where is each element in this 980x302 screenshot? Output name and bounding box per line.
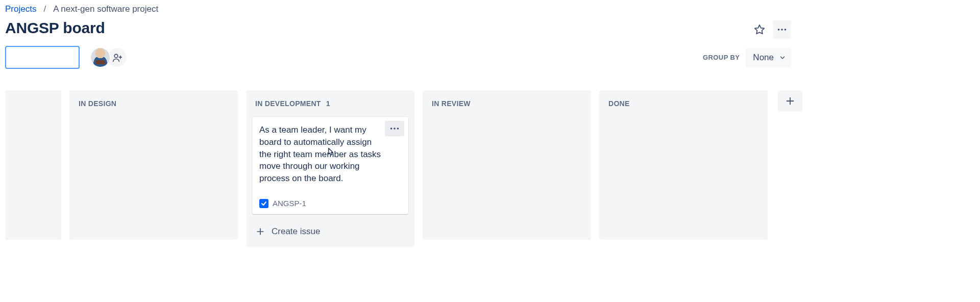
breadcrumb-projects-link[interactable]: Projects xyxy=(5,4,36,14)
issue-key[interactable]: ANGSP-1 xyxy=(273,199,306,208)
column-in-review[interactable]: IN REVIEW xyxy=(423,90,591,240)
star-button[interactable] xyxy=(750,20,769,39)
svg-marker-0 xyxy=(755,25,764,34)
more-horizontal-icon xyxy=(389,123,400,134)
chevron-down-icon xyxy=(779,54,786,61)
more-horizontal-icon xyxy=(776,24,788,35)
star-icon xyxy=(754,24,765,35)
column-in-design[interactable]: IN DESIGN xyxy=(69,90,238,240)
column-count: 1 xyxy=(326,99,330,108)
board: IN DESIGN IN DEVELOPMENT 1 As a team lea… xyxy=(5,90,975,247)
add-person-icon xyxy=(112,53,122,63)
breadcrumb-separator: / xyxy=(43,4,46,14)
card-more-button[interactable] xyxy=(385,121,404,136)
avatar[interactable] xyxy=(91,48,110,67)
column-title: IN DESIGN xyxy=(79,99,116,108)
column-title: DONE xyxy=(608,99,630,108)
search-box[interactable] xyxy=(5,46,80,69)
svg-point-6 xyxy=(114,54,118,58)
breadcrumb-project-link[interactable]: A next-gen software project xyxy=(53,4,158,14)
column-done[interactable]: DONE xyxy=(599,90,768,240)
svg-point-2 xyxy=(781,29,783,31)
group-by-label: GROUP BY xyxy=(703,54,740,61)
svg-point-10 xyxy=(394,128,396,130)
column-in-development[interactable]: IN DEVELOPMENT 1 As a team leader, I wan… xyxy=(246,90,414,247)
more-actions-button[interactable] xyxy=(773,20,791,39)
plus-icon xyxy=(255,226,265,237)
create-issue-label: Create issue xyxy=(272,226,320,237)
page-title: ANGSP board xyxy=(5,19,105,37)
svg-point-11 xyxy=(397,128,399,130)
plus-icon xyxy=(785,95,796,107)
add-column-button[interactable] xyxy=(778,90,802,112)
svg-point-1 xyxy=(778,29,780,31)
svg-point-3 xyxy=(785,29,787,31)
add-people-button[interactable] xyxy=(108,48,127,67)
breadcrumb: Projects / A next-gen software project xyxy=(5,0,975,14)
create-issue-button[interactable]: Create issue xyxy=(252,223,408,240)
people-filter xyxy=(91,48,127,67)
issue-card[interactable]: As a team leader, I want my board to aut… xyxy=(252,117,408,214)
svg-point-9 xyxy=(390,128,393,130)
group-by-value: None xyxy=(753,53,774,63)
column-title: IN REVIEW xyxy=(432,99,471,108)
group-by-select[interactable]: None xyxy=(746,48,791,67)
issue-type-task-icon xyxy=(259,199,268,208)
column-sliver[interactable] xyxy=(5,90,61,240)
card-summary: As a team leader, I want my board to aut… xyxy=(259,124,401,185)
column-title: IN DEVELOPMENT xyxy=(255,99,321,108)
